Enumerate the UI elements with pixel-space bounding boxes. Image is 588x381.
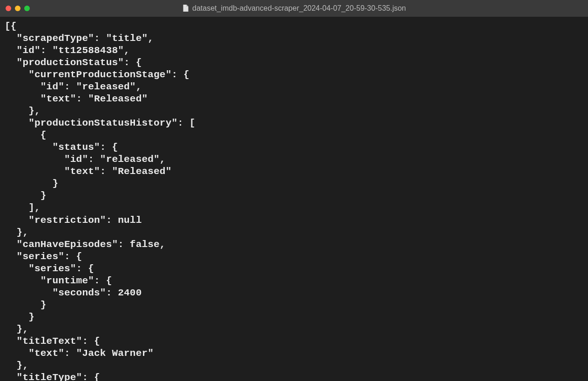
code-line: "currentProductionStage": {	[5, 69, 189, 80]
code-line: "seconds": 2400	[5, 287, 142, 298]
code-line: },	[5, 324, 28, 334]
code-line: "scrapedType": "title",	[5, 33, 154, 44]
code-line: }	[5, 190, 47, 201]
code-line: }	[5, 312, 34, 322]
code-line: "text": "Jack Warner"	[5, 348, 154, 359]
code-line: "text": "Released"	[5, 94, 148, 104]
code-line: "id": "tt12588438",	[5, 45, 130, 56]
minimize-button[interactable]	[15, 6, 20, 11]
code-line: "series": {	[5, 251, 82, 262]
code-line: "series": {	[5, 263, 94, 274]
code-line: "canHaveEpisodes": false,	[5, 239, 166, 250]
code-editor[interactable]: [{ "scrapedType": "title", "id": "tt1258…	[0, 17, 588, 381]
code-line: "text": "Released"	[5, 166, 171, 177]
code-line: {	[5, 130, 47, 140]
code-line: "id": "released",	[5, 81, 142, 92]
code-line: },	[5, 106, 41, 116]
document-icon	[182, 5, 189, 12]
code-line: "titleText": {	[5, 336, 100, 347]
code-line: },	[5, 360, 28, 371]
window-titlebar: dataset_imdb-advanced-scraper_2024-04-07…	[0, 0, 588, 17]
code-line: "titleType": {	[5, 372, 100, 381]
window-title: dataset_imdb-advanced-scraper_2024-04-07…	[192, 4, 406, 13]
code-line: "status": {	[5, 142, 118, 153]
traffic-lights	[6, 6, 30, 11]
code-line: "productionStatus": {	[5, 57, 142, 68]
code-line: "restriction": null	[5, 215, 142, 226]
code-line: "id": "released",	[5, 154, 166, 165]
window-title-group: dataset_imdb-advanced-scraper_2024-04-07…	[182, 4, 406, 13]
code-line: },	[5, 227, 28, 238]
maximize-button[interactable]	[24, 6, 30, 11]
code-line: }	[5, 178, 58, 189]
code-line: [{	[5, 21, 17, 32]
code-line: ],	[5, 202, 41, 213]
code-line: }	[5, 300, 47, 310]
close-button[interactable]	[6, 6, 11, 11]
code-line: "runtime": {	[5, 275, 112, 286]
code-line: "productionStatusHistory": [	[5, 118, 196, 128]
